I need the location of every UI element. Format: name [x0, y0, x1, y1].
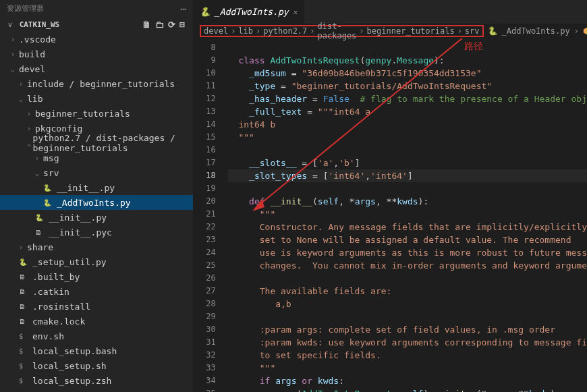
- breadcrumb-right[interactable]: 🐍_AddTwoInts.py › ⬢ AddTwoIntsRequest: [488, 26, 587, 36]
- editor-body[interactable]: 8910111213141516171819202122232425262728…: [193, 38, 587, 392]
- tree-item[interactable]: $local_setup.zsh: [0, 373, 193, 388]
- more-icon[interactable]: ⋯: [181, 3, 186, 14]
- tree-label: __init__.py: [49, 213, 107, 223]
- chevron-icon: ⌄: [11, 65, 18, 73]
- tree-item[interactable]: 🐍_setup_util.py: [0, 254, 193, 269]
- crumb[interactable]: _AddTwoInts.py: [502, 26, 570, 36]
- tree-item[interactable]: ›include / beginner_tutorials: [0, 76, 193, 91]
- chevron-right-icon: ›: [574, 26, 579, 36]
- crumb[interactable]: python2.7: [263, 26, 307, 36]
- tree-label: cmake.lock: [32, 316, 85, 327]
- tree-item[interactable]: ›beginner_tutorials: [0, 106, 193, 121]
- chevron-icon: ›: [35, 155, 42, 162]
- tree-item[interactable]: ›build: [0, 47, 193, 61]
- tree-item[interactable]: ›share: [0, 240, 193, 254]
- chevron-right-icon: ›: [310, 26, 314, 36]
- crumb[interactable]: beginner_tutorials: [367, 26, 455, 36]
- crumb[interactable]: dist-packages: [318, 22, 357, 40]
- file-icon: 🗎: [19, 288, 28, 296]
- file-tree: ›.vscode›build⌄devel›include / beginner_…: [0, 32, 193, 392]
- chevron-right-icon: ›: [231, 26, 235, 36]
- shell-icon: $: [19, 347, 28, 355]
- tree-item[interactable]: 🐍__init__.py: [0, 210, 193, 225]
- tree-label: lib: [27, 94, 43, 104]
- tree-item[interactable]: ⌄devel: [0, 61, 193, 76]
- close-icon[interactable]: ✕: [293, 7, 298, 17]
- code-content[interactable]: class AddTwoIntsRequest(genpy.Message): …: [228, 38, 587, 392]
- explorer-title: 资源管理器: [7, 3, 44, 13]
- chevron-icon: ›: [11, 36, 18, 43]
- tree-item[interactable]: $env.sh: [0, 329, 193, 343]
- python-icon: 🐍: [488, 26, 498, 36]
- tree-label: beginner_tutorials: [35, 109, 130, 119]
- explorer-sidebar: 资源管理器 ⋯ v CATKIN_WS 🗎 🗀 ⟳ ⊟ ›.vscode›bui…: [0, 0, 193, 392]
- file-icon: 🗎: [35, 229, 45, 236]
- python-icon: 🐍: [200, 7, 211, 17]
- workspace-header[interactable]: v CATKIN_WS 🗎 🗀 ⟳ ⊟: [0, 17, 193, 32]
- refresh-icon[interactable]: ⟳: [168, 20, 175, 30]
- crumb[interactable]: lib: [238, 26, 253, 36]
- tree-label: build: [19, 49, 45, 59]
- shell-icon: $: [19, 377, 28, 385]
- file-icon: 🗎: [19, 303, 28, 310]
- tree-label: msg: [43, 153, 59, 163]
- chevron-icon: ›: [19, 244, 26, 251]
- tree-label: pkgconfig: [35, 123, 82, 134]
- tree-label: local_setup.bash: [32, 346, 117, 356]
- crumb[interactable]: devel: [204, 26, 228, 36]
- tree-label: python2.7 / dist-packages / beginner_tut…: [33, 133, 193, 153]
- tree-label: .vscode: [19, 34, 56, 45]
- tree-item[interactable]: 🗎.catkin: [0, 284, 193, 299]
- chevron-icon: ⌄: [19, 95, 26, 103]
- chevron-icon: ›: [27, 125, 34, 132]
- new-file-icon[interactable]: 🗎: [142, 20, 151, 30]
- tree-label: __init__.pyc: [49, 227, 112, 237]
- python-icon: 🐍: [43, 184, 53, 192]
- breadcrumb-path[interactable]: devel › lib › python2.7 › dist-packages …: [200, 25, 484, 37]
- python-icon: 🐍: [19, 258, 28, 266]
- file-icon: 🗎: [19, 318, 28, 325]
- crumb[interactable]: srv: [465, 26, 480, 36]
- explorer-header: 资源管理器 ⋯: [0, 0, 193, 17]
- tree-item[interactable]: $setup.bash: [0, 388, 193, 392]
- tree-label: include / beginner_tutorials: [27, 79, 175, 89]
- tree-label: .rosinstall: [32, 302, 90, 312]
- chevron-icon: ›: [19, 80, 26, 88]
- shell-icon: $: [19, 333, 28, 340]
- python-icon: 🐍: [43, 199, 53, 206]
- tree-item[interactable]: $local_setup.sh: [0, 358, 193, 373]
- tree-label: local_setup.sh: [32, 361, 107, 371]
- tree-item[interactable]: ⌄lib: [0, 91, 193, 106]
- tree-item[interactable]: 🗎cmake.lock: [0, 314, 193, 329]
- tree-item[interactable]: ⌄python2.7 / dist-packages / beginner_tu…: [0, 136, 193, 150]
- tree-item[interactable]: ›.vscode: [0, 32, 193, 47]
- class-icon: ⬢: [583, 26, 587, 36]
- python-icon: 🐍: [35, 214, 45, 221]
- tree-label: _setup_util.py: [32, 257, 107, 267]
- tree-item[interactable]: 🗎__init__.pyc: [0, 225, 193, 240]
- tree-item[interactable]: $local_setup.bash: [0, 343, 193, 358]
- chevron-down-icon: v: [8, 21, 15, 28]
- tree-label: .built_by: [32, 272, 80, 282]
- chevron-icon: ›: [11, 51, 18, 58]
- tree-label: __init__.py: [57, 183, 115, 193]
- tab-label: _AddTwoInts.py: [215, 7, 289, 17]
- tree-item[interactable]: 🐍__init__.py: [0, 180, 193, 195]
- tree-label: local_setup.zsh: [32, 376, 111, 386]
- new-folder-icon[interactable]: 🗀: [155, 20, 164, 30]
- shell-icon: $: [19, 362, 28, 370]
- tree-item[interactable]: 🐍_AddTwoInts.py: [0, 195, 193, 210]
- tree-item[interactable]: ⌄srv: [0, 165, 193, 180]
- chevron-icon: ⌄: [35, 169, 42, 177]
- chevron-right-icon: ›: [359, 26, 364, 36]
- tree-item[interactable]: 🗎.rosinstall: [0, 299, 193, 314]
- breadcrumb: devel › lib › python2.7 › dist-packages …: [193, 24, 587, 38]
- tree-item[interactable]: 🗎.built_by: [0, 269, 193, 284]
- tab-addtwoints[interactable]: 🐍 _AddTwoInts.py ✕: [193, 0, 304, 24]
- collapse-icon[interactable]: ⊟: [179, 20, 185, 30]
- chevron-icon: ⌄: [27, 140, 32, 147]
- chevron-right-icon: ›: [457, 26, 462, 36]
- chevron-icon: ›: [27, 110, 34, 117]
- tree-label: env.sh: [32, 331, 64, 341]
- chevron-right-icon: ›: [256, 26, 260, 36]
